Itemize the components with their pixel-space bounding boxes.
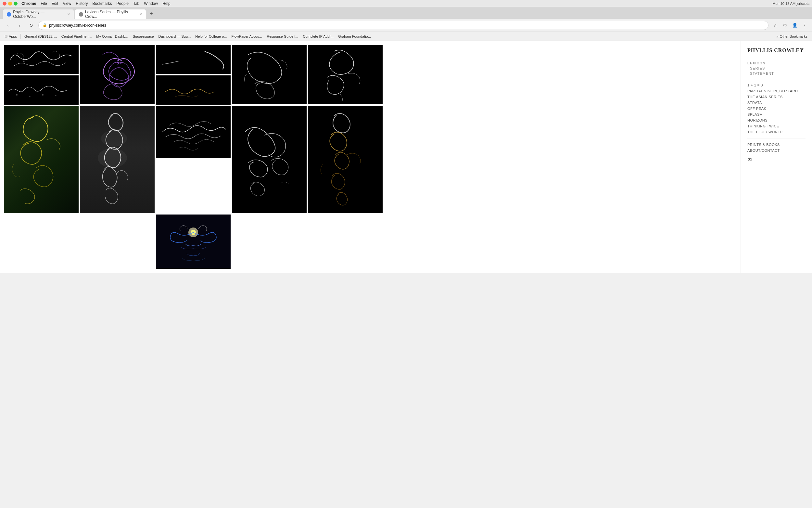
- nav-items-section: 1 + 1 = 3 PARTIAL VISION_BLIZZARD THE AS…: [747, 82, 806, 135]
- mac-datetime: Mon 10:18 AM jcriscola: [772, 2, 809, 5]
- gallery-image-9[interactable]: [80, 106, 155, 213]
- nav-item-fluid[interactable]: THE FLUID WORLD: [747, 129, 806, 135]
- nav-divider-1: [747, 79, 806, 79]
- svg-point-4: [165, 91, 166, 92]
- gallery-area: [0, 41, 741, 273]
- back-button[interactable]: ‹: [3, 21, 12, 30]
- bookmark-flowpaper[interactable]: FlowPaper Accou...: [229, 34, 264, 39]
- tab-1-title: Phyllis Crowley — OctoberWo...: [13, 10, 65, 19]
- gallery-image-2[interactable]: [4, 75, 79, 104]
- address-bar[interactable]: 🔒 phylliscrowley.com/lexicon-series: [38, 21, 768, 30]
- svg-point-5: [178, 91, 179, 92]
- nav-statement-label[interactable]: STATEMENT: [747, 72, 806, 75]
- menu-chrome[interactable]: Chrome: [21, 1, 36, 6]
- bookmark-star-icon[interactable]: ☆: [771, 21, 779, 30]
- nav-item-strata[interactable]: STRATA: [747, 100, 806, 105]
- menu-file[interactable]: File: [41, 1, 47, 6]
- mac-titlebar: Chrome File Edit View History Bookmarks …: [0, 0, 812, 7]
- nav-item-offpeak[interactable]: OFF PEAK: [747, 105, 806, 112]
- nav-item-splash[interactable]: SPLASH: [747, 112, 806, 117]
- nav-item-thinking[interactable]: THINKING TWICE: [747, 123, 806, 129]
- svg-point-6: [191, 90, 192, 92]
- tab-2[interactable]: Lexicon Series — Phyllis Crow... ✕: [75, 9, 146, 19]
- nav-about-contact[interactable]: ABOUT/CONTACT: [747, 147, 806, 154]
- sidebar: PHYLLIS CROWLEY LEXICON SERIES STATEMENT…: [741, 41, 812, 273]
- email-icon[interactable]: ✉: [747, 157, 806, 163]
- gallery-image-13[interactable]: [308, 106, 383, 213]
- gallery-grid: [4, 45, 387, 269]
- menu-view[interactable]: View: [63, 1, 71, 6]
- gallery-image-7[interactable]: [308, 45, 383, 104]
- close-button[interactable]: [3, 2, 6, 5]
- menu-tab[interactable]: Tab: [133, 1, 139, 6]
- extensions-icon[interactable]: ⚙: [781, 21, 789, 30]
- nav-item-horizons[interactable]: HORIZONS: [747, 117, 806, 123]
- nav-lexicon-section: LEXICON SERIES STATEMENT: [747, 61, 806, 75]
- bookmark-help[interactable]: Help for College o...: [193, 34, 229, 39]
- menu-help[interactable]: Help: [162, 1, 171, 6]
- bookmarks-bar: ⊞ Apps General (DES122-... Central Pipel…: [0, 32, 812, 41]
- bookmark-apps[interactable]: ⊞ Apps: [3, 34, 19, 39]
- forward-button[interactable]: ›: [15, 21, 24, 30]
- bookmark-general[interactable]: General (DES122-...: [22, 34, 59, 39]
- gallery-image-4[interactable]: [156, 45, 231, 74]
- menu-history[interactable]: History: [76, 1, 88, 6]
- nav-divider-2: [747, 138, 806, 138]
- browser-toolbar: ‹ › ↻ 🔒 phylliscrowley.com/lexicon-serie…: [0, 19, 812, 32]
- svg-point-1: [30, 96, 31, 97]
- menu-bookmarks[interactable]: Bookmarks: [93, 1, 112, 6]
- apps-icon: ⊞: [5, 34, 7, 38]
- site-title[interactable]: PHYLLIS CROWLEY: [747, 47, 806, 53]
- gallery-image-10[interactable]: [156, 106, 231, 158]
- mac-status-bar: Mon 10:18 AM jcriscola: [772, 2, 809, 5]
- minimize-button[interactable]: [8, 2, 12, 5]
- tab-1-close[interactable]: ✕: [67, 12, 70, 16]
- maximize-button[interactable]: [14, 2, 17, 5]
- svg-point-9: [98, 148, 127, 168]
- gallery-image-11[interactable]: [156, 214, 231, 269]
- bookmark-response[interactable]: Response Guide f...: [265, 34, 300, 39]
- menu-people[interactable]: People: [116, 1, 129, 6]
- bookmark-dashboard[interactable]: Dashboard — Squ...: [156, 34, 193, 39]
- bookmark-ip[interactable]: Complete IP Addr...: [301, 34, 336, 39]
- nav-item-partial[interactable]: PARTIAL VISION_BLIZZARD: [747, 88, 806, 94]
- bookmark-ooma[interactable]: My Ooma - Dashb...: [94, 34, 130, 39]
- nav-series-label[interactable]: SERIES: [747, 66, 806, 70]
- svg-point-8: [101, 130, 127, 146]
- nav-lexicon-label: LEXICON: [747, 61, 806, 65]
- bookmark-other[interactable]: » Other Bookmarks: [774, 34, 809, 39]
- bookmark-central[interactable]: Central Pipeline -...: [59, 34, 94, 39]
- new-tab-button[interactable]: +: [147, 9, 156, 18]
- webpage-content: PHYLLIS CROWLEY LEXICON SERIES STATEMENT…: [0, 41, 812, 273]
- gallery-image-8[interactable]: [4, 106, 79, 213]
- toolbar-right: ☆ ⚙ 👤 ⋮: [771, 21, 809, 30]
- bookmark-graham[interactable]: Graham Foundatio...: [336, 34, 373, 39]
- menu-window[interactable]: Window: [144, 1, 158, 6]
- bookmark-squarespace[interactable]: Squarespace: [131, 34, 156, 39]
- browser-tabs: Phyllis Crowley — OctoberWo... ✕ Lexicon…: [0, 7, 812, 19]
- svg-point-3: [55, 95, 56, 96]
- svg-point-0: [16, 94, 17, 95]
- profile-icon[interactable]: 👤: [791, 21, 799, 30]
- traffic-lights[interactable]: [3, 2, 17, 5]
- menu-icon[interactable]: ⋮: [800, 21, 809, 30]
- mac-menu: Chrome File Edit View History Bookmarks …: [21, 1, 772, 6]
- svg-point-7: [204, 91, 205, 92]
- nav-prints-books[interactable]: PRINTS & BOOKS: [747, 142, 806, 147]
- gallery-image-3[interactable]: [80, 45, 155, 104]
- svg-point-2: [42, 94, 44, 95]
- tab-2-close[interactable]: ✕: [139, 12, 142, 16]
- gallery-image-6[interactable]: [232, 45, 306, 104]
- nav-item-1plus1[interactable]: 1 + 1 = 3: [747, 82, 806, 88]
- tab-2-title: Lexicon Series — Phyllis Crow...: [85, 10, 137, 19]
- tab-1[interactable]: Phyllis Crowley — OctoberWo... ✕: [3, 9, 74, 19]
- gallery-image-1[interactable]: [4, 45, 79, 74]
- bm-separator: [20, 34, 21, 39]
- reload-button[interactable]: ↻: [27, 21, 36, 30]
- nav-item-asian[interactable]: THE ASIAN SERIES: [747, 94, 806, 100]
- gallery-image-5[interactable]: [156, 75, 231, 104]
- menu-edit[interactable]: Edit: [52, 1, 58, 6]
- secure-icon: 🔒: [43, 23, 47, 27]
- gallery-image-12[interactable]: [232, 106, 306, 213]
- url-display: phylliscrowley.com/lexicon-series: [49, 23, 764, 28]
